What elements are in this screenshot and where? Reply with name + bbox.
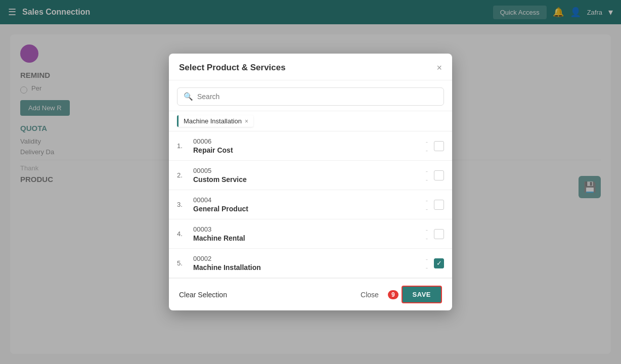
product-info: 00006 Repair Cost — [193, 138, 420, 154]
product-name: Machine Rental — [193, 234, 420, 242]
table-row: 4. 00003 Machine Rental -- — [169, 219, 452, 249]
save-button[interactable]: SAVE — [402, 286, 442, 303]
product-checkbox-4[interactable] — [434, 229, 444, 239]
table-row: 1. 00006 Repair Cost -- — [169, 131, 452, 161]
product-name: General Product — [193, 205, 420, 213]
product-info: 00002 Machine Installation — [193, 255, 420, 271]
product-info: 00003 Machine Rental — [193, 225, 420, 242]
product-list: 1. 00006 Repair Cost -- 2. 00005 Custom … — [169, 131, 452, 278]
product-checkbox-5[interactable] — [434, 258, 444, 268]
search-section: 🔍 — [169, 80, 452, 111]
modal-overlay: Select Product & Services × 🔍 Machine In… — [0, 0, 621, 364]
product-checkbox-3[interactable] — [434, 200, 444, 210]
filter-tag: Machine Installation × — [177, 115, 253, 127]
product-dash: -- — [426, 138, 428, 154]
product-info: 00004 General Product — [193, 196, 420, 213]
modal-close-button[interactable]: × — [436, 63, 442, 72]
product-code: 00006 — [193, 138, 420, 145]
table-row: 3. 00004 General Product -- — [169, 190, 452, 219]
product-code: 00004 — [193, 196, 420, 204]
product-checkbox-1[interactable] — [434, 141, 444, 151]
search-wrap: 🔍 — [177, 87, 444, 106]
product-code: 00003 — [193, 225, 420, 233]
clear-selection-button[interactable]: Clear Selection — [179, 291, 227, 299]
selection-badge: 9 — [388, 290, 398, 299]
modal-header: Select Product & Services × — [169, 54, 452, 80]
modal-footer: Clear Selection Close 9 SAVE — [169, 278, 452, 310]
modal-title: Select Product & Services — [179, 63, 286, 73]
product-code: 00005 — [193, 167, 420, 174]
product-number: 4. — [177, 230, 187, 238]
product-info: 00005 Custom Service — [193, 167, 420, 184]
table-row: 5. 00002 Machine Installation -- — [169, 249, 452, 278]
product-checkbox-2[interactable] — [434, 170, 444, 180]
search-icon: 🔍 — [184, 92, 193, 101]
select-product-modal: Select Product & Services × 🔍 Machine In… — [169, 54, 452, 310]
product-dash: -- — [426, 255, 428, 271]
footer-right: Close 9 SAVE — [354, 286, 442, 303]
table-row: 2. 00005 Custom Service -- — [169, 161, 452, 190]
product-number: 2. — [177, 171, 187, 179]
product-number: 5. — [177, 259, 187, 267]
product-dash: -- — [426, 197, 428, 213]
product-dash: -- — [426, 226, 428, 242]
search-input[interactable] — [197, 93, 437, 101]
product-name: Custom Service — [193, 175, 420, 184]
product-name: Repair Cost — [193, 146, 420, 154]
product-number: 1. — [177, 142, 187, 150]
filter-tags-area: Machine Installation × — [169, 111, 452, 131]
footer-close-button[interactable]: Close — [354, 287, 385, 303]
product-dash: -- — [426, 167, 428, 184]
filter-tag-label: Machine Installation — [184, 117, 242, 125]
product-code: 00002 — [193, 255, 420, 262]
filter-tag-close-button[interactable]: × — [245, 118, 248, 125]
product-name: Machine Installation — [193, 263, 420, 271]
product-number: 3. — [177, 201, 187, 208]
